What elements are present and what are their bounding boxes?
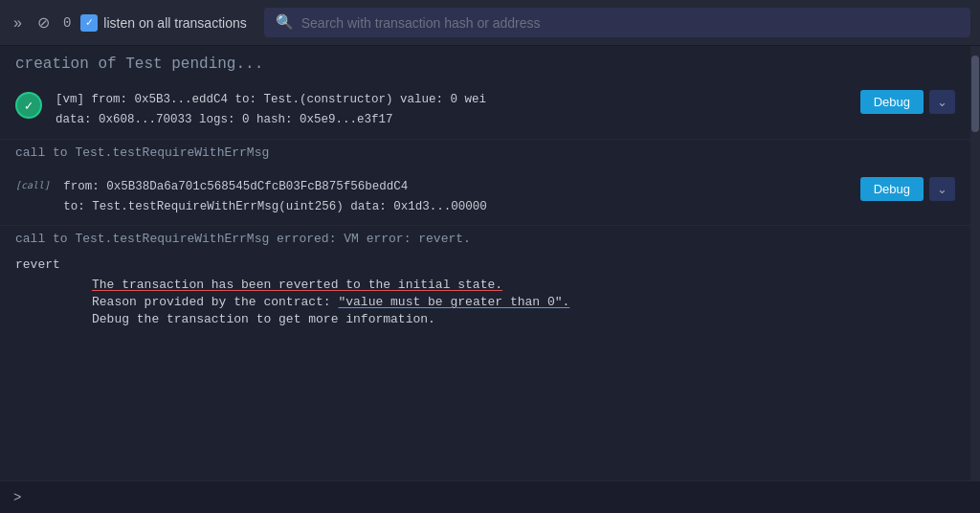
reason-value: "value must be greater than 0". [338, 295, 569, 309]
revert-text-block: The transaction has been reverted to the… [15, 276, 955, 328]
revert-msg: The transaction has been reverted to the… [92, 278, 502, 292]
debug-hint: Debug the transaction to get more inform… [92, 310, 955, 328]
content-area: creation of Test pending... ✓ [vm] from:… [0, 46, 970, 480]
success-circle: ✓ [15, 92, 42, 119]
tx1-actions: Debug ⌄ [860, 90, 955, 114]
prompt-symbol: > [13, 490, 21, 505]
toolbar: » ⊘ 0 ✓ listen on all transactions 🔍 [0, 0, 980, 46]
expand-icon: » [13, 14, 22, 32]
revert-section: revert The transaction has been reverted… [0, 252, 970, 332]
tx1-line1: [vm] from: 0x5B3...eddC4 to: Test.(const… [56, 90, 847, 110]
search-input[interactable] [301, 15, 959, 31]
tx2-info: from: 0x5B38Da6a701c568545dCfcB03FcB875f… [63, 177, 847, 218]
expand-button[interactable]: » [10, 12, 26, 33]
search-area: 🔍 [264, 8, 970, 37]
checkbox-wrapper: ✓ listen on all transactions [80, 14, 246, 32]
reason-prefix: Reason provided by the contract: [92, 295, 338, 309]
tx2-actions: Debug ⌄ [860, 177, 955, 201]
tx1-debug-button[interactable]: Debug [860, 90, 924, 114]
count-badge: 0 [61, 15, 73, 31]
checkbox-checked-icon[interactable]: ✓ [80, 14, 98, 32]
tx2-debug-button[interactable]: Debug [860, 177, 924, 201]
tx2-row: [call] from: 0x5B38Da6a701c568545dCfcB03… [0, 166, 970, 227]
revert-msg-line: The transaction has been reverted to the… [92, 276, 955, 293]
search-icon: 🔍 [276, 13, 294, 32]
call2-error-label: call to Test.testRequireWithErrMsg error… [0, 226, 970, 252]
tx1-line2: data: 0x608...70033 logs: 0 hash: 0x5e9.… [56, 110, 847, 130]
tx2-call-tag: [call] [15, 180, 50, 190]
tx1-success-icon: ✓ [15, 92, 42, 119]
listen-label: listen on all transactions [103, 15, 246, 31]
tx2-line2: to: Test.testRequireWithErrMsg(uint256) … [63, 197, 847, 217]
reason-line: Reason provided by the contract: "value … [92, 293, 955, 310]
main-wrapper: creation of Test pending... ✓ [vm] from:… [0, 46, 980, 480]
tx1-row: ✓ [vm] from: 0x5B3...eddC4 to: Test.(con… [0, 78, 970, 140]
revert-label: revert [15, 257, 955, 272]
tx1-info: [vm] from: 0x5B3...eddC4 to: Test.(const… [56, 90, 847, 131]
toolbar-left: » ⊘ 0 ✓ listen on all transactions [10, 11, 247, 33]
block-icon: ⊘ [37, 13, 50, 32]
tx2-line1: from: 0x5B38Da6a701c568545dCfcB03FcB875f… [63, 177, 847, 197]
call1-label: call to Test.testRequireWithErrMsg [0, 140, 970, 166]
scrollbar-thumb[interactable] [971, 56, 979, 132]
scrollbar-track[interactable] [970, 46, 980, 480]
block-icon-button[interactable]: ⊘ [33, 11, 54, 33]
tx2-chevron-button[interactable]: ⌄ [929, 177, 955, 201]
pending-log: creation of Test pending... [0, 46, 970, 78]
tx1-chevron-button[interactable]: ⌄ [929, 90, 955, 114]
bottom-prompt: > [0, 480, 980, 513]
